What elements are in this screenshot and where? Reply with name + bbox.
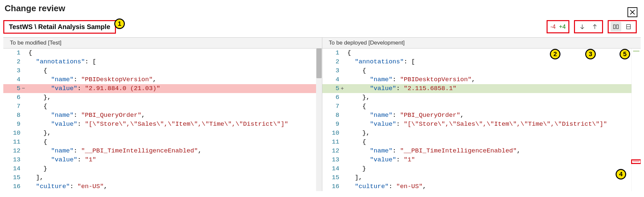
arrow-up-icon — [591, 23, 598, 30]
dialog-title: Change review — [5, 3, 641, 14]
diff-panes: 12345678910111213141516 { "annotations":… — [3, 49, 641, 191]
side-by-side-view-button[interactable] — [611, 22, 621, 32]
close-icon — [629, 9, 636, 16]
arrow-down-icon — [579, 23, 586, 30]
right-gutter: 12345678910111213141516 — [322, 49, 345, 191]
side-by-side-icon — [613, 23, 619, 30]
callout-5: 5 — [620, 49, 630, 59]
left-pane-header: To be modified [Test] — [3, 38, 322, 48]
left-code[interactable]: { "annotations": [ { "name": "PBIDesktop… — [26, 49, 322, 191]
left-scrollbar[interactable] — [316, 49, 322, 191]
callout-3: 3 — [585, 49, 596, 59]
callout-2: 2 — [550, 49, 560, 59]
right-pane-header: To be deployed [Development] — [322, 38, 641, 48]
right-pane: 12345678910111213141516 { "annotations":… — [322, 49, 641, 191]
close-button[interactable] — [627, 7, 637, 17]
inline-view-button[interactable] — [623, 22, 634, 32]
panes-header: To be modified [Test] To be deployed [De… — [3, 37, 641, 49]
right-minimap[interactable] — [631, 49, 641, 191]
svg-rect-0 — [614, 25, 616, 29]
diff-removed-count: -4 — [550, 23, 556, 30]
right-code[interactable]: { "annotations": [ { "name": "PBIDesktop… — [345, 49, 641, 191]
toolbar-right: -4 +4 — [547, 20, 641, 33]
callout-4: 4 — [616, 169, 626, 180]
next-diff-button[interactable] — [577, 22, 588, 32]
view-mode-group — [608, 20, 637, 33]
left-pane: 12345678910111213141516 { "annotations":… — [3, 49, 322, 191]
diff-added-count: +4 — [558, 23, 566, 30]
minimap-marker[interactable] — [631, 159, 641, 164]
svg-rect-1 — [617, 25, 619, 29]
breadcrumb: TestWS \ Retail Analysis Sample — [3, 20, 116, 34]
callout-1: 1 — [114, 18, 125, 29]
left-gutter: 12345678910111213141516 — [3, 49, 26, 191]
inline-icon — [625, 23, 632, 30]
diff-nav-group — [574, 20, 603, 33]
prev-diff-button[interactable] — [590, 22, 600, 32]
diff-count-group: -4 +4 — [547, 20, 569, 33]
left-scroll-thumb[interactable] — [316, 49, 322, 78]
